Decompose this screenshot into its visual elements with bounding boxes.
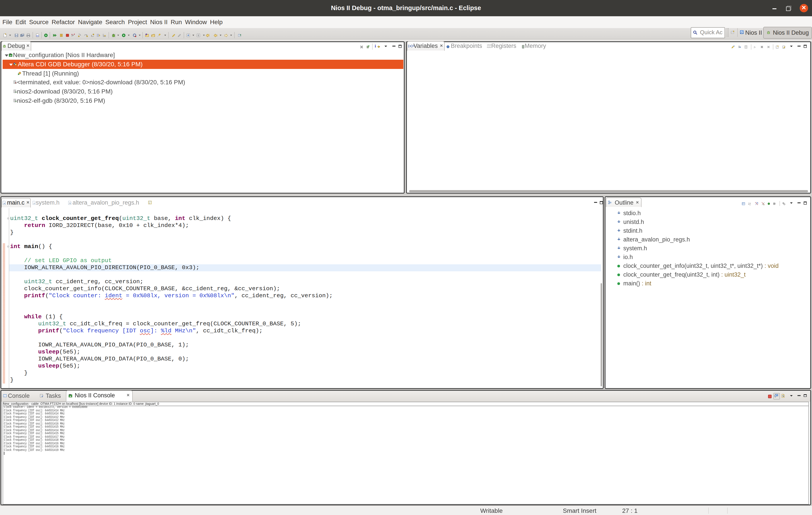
svg-text:z: z	[750, 204, 751, 205]
svg-text:.c: .c	[3, 202, 5, 204]
svg-text:.h: .h	[69, 202, 71, 204]
svg-text:fx: fx	[754, 46, 756, 48]
svg-text:.c: .c	[33, 202, 35, 204]
svg-text:A: A	[10, 55, 11, 56]
svg-text:c: c	[149, 202, 150, 204]
svg-text:010: 010	[36, 35, 38, 36]
